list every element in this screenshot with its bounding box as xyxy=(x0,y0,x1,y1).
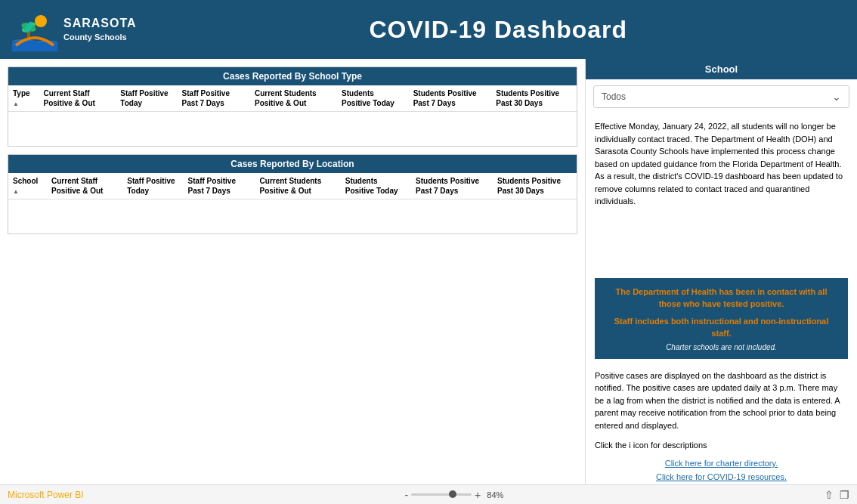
svg-point-1 xyxy=(35,15,47,27)
covid-resources-link[interactable]: Click here for COVID-19 resources. xyxy=(595,472,848,481)
links-area: Click here for charter directory. Click … xyxy=(586,456,857,484)
chevron-down-icon: ⌄ xyxy=(832,91,841,103)
col-staff-positive-7[interactable]: Staff Positive Past 7 Days xyxy=(178,85,250,112)
zoom-slider[interactable] xyxy=(411,493,472,496)
zoom-controls: - + 84% xyxy=(404,489,503,501)
zoom-slider-container xyxy=(411,493,472,496)
fullscreen-icon[interactable]: ❐ xyxy=(840,489,849,501)
left-panel: Cases Reported By School Type Type ▲ Cur… xyxy=(0,59,585,484)
right-panel: School Todos ⌄ Effective Monday, January… xyxy=(585,59,857,484)
alert-box: The Department of Health has been in con… xyxy=(595,278,848,359)
col-loc-students-30[interactable]: Students Positive Past 30 Days xyxy=(493,173,577,199)
col-students-positive-7[interactable]: Students Positive Past 7 Days xyxy=(409,85,492,112)
col-staff-positive-today[interactable]: Staff Positive Today xyxy=(116,85,177,112)
bottom-icons: ⇧ ❐ xyxy=(825,489,849,501)
col-students-positive-out[interactable]: Current Students Positive & Out xyxy=(250,85,337,112)
dashboard-title: COVID-19 Dashboard xyxy=(152,16,845,44)
col-school[interactable]: School ▲ xyxy=(8,173,47,199)
policy-text: Effective Monday, January 24, 2022, all … xyxy=(586,114,857,274)
col-loc-staff-7[interactable]: Staff Positive Past 7 Days xyxy=(184,173,255,199)
header: SARASOTA County Schools COVID-19 Dashboa… xyxy=(0,0,857,59)
powerbi-link[interactable]: Microsoft Power BI xyxy=(8,490,84,500)
zoom-in-button[interactable]: + xyxy=(475,489,481,501)
col-staff-positive-out[interactable]: Current Staff Positive & Out xyxy=(39,85,116,112)
school-type-table-section: Cases Reported By School Type Type ▲ Cur… xyxy=(8,66,577,147)
zoom-level: 84% xyxy=(487,490,503,499)
col-loc-students-7[interactable]: Students Positive Past 7 Days xyxy=(411,173,493,199)
charter-directory-link[interactable]: Click here for charter directory. xyxy=(595,459,848,468)
bottom-info-text: Positive cases are displayed on the dash… xyxy=(586,363,857,438)
school-type-table: Type ▲ Current Staff Positive & Out Staf… xyxy=(8,85,577,112)
alert-text-line2: Staff includes both instructional and no… xyxy=(604,315,839,340)
col-type[interactable]: Type ▲ xyxy=(8,85,39,112)
click-info-text: Click the i icon for descriptions xyxy=(586,438,857,456)
zoom-thumb xyxy=(449,490,456,498)
col-loc-students-today[interactable]: Students Positive Today xyxy=(341,173,411,199)
location-table-header: Cases Reported By Location xyxy=(8,155,577,173)
school-dropdown[interactable]: Todos ⌄ xyxy=(593,85,849,108)
location-table-section: Cases Reported By Location School ▲ Curr… xyxy=(8,154,577,234)
logo-area: SARASOTA County Schools xyxy=(12,8,137,51)
col-loc-students-out[interactable]: Current Students Positive & Out xyxy=(255,173,341,199)
location-table: School ▲ Current Staff Positive & Out St… xyxy=(8,173,577,199)
col-loc-staff-today[interactable]: Staff Positive Today xyxy=(122,173,183,199)
zoom-out-button[interactable]: - xyxy=(404,489,408,501)
col-loc-staff-out[interactable]: Current Staff Positive & Out xyxy=(47,173,122,199)
bottom-bar: Microsoft Power BI - + 84% ⇧ ❐ xyxy=(0,484,857,504)
school-type-table-header: Cases Reported By School Type xyxy=(8,67,577,85)
col-students-positive-30[interactable]: Students Positive Past 30 Days xyxy=(491,85,577,112)
share-icon[interactable]: ⇧ xyxy=(825,489,834,501)
alert-text-line3: Charter schools are not included. xyxy=(604,343,839,351)
col-students-positive-today[interactable]: Students Positive Today xyxy=(337,85,409,112)
school-dropdown-value: Todos xyxy=(602,91,626,102)
school-logo-icon xyxy=(12,8,57,51)
school-selector-label: School xyxy=(586,59,857,79)
logo-text: SARASOTA County Schools xyxy=(63,16,137,42)
alert-text-line1: The Department of Health has been in con… xyxy=(604,286,839,311)
